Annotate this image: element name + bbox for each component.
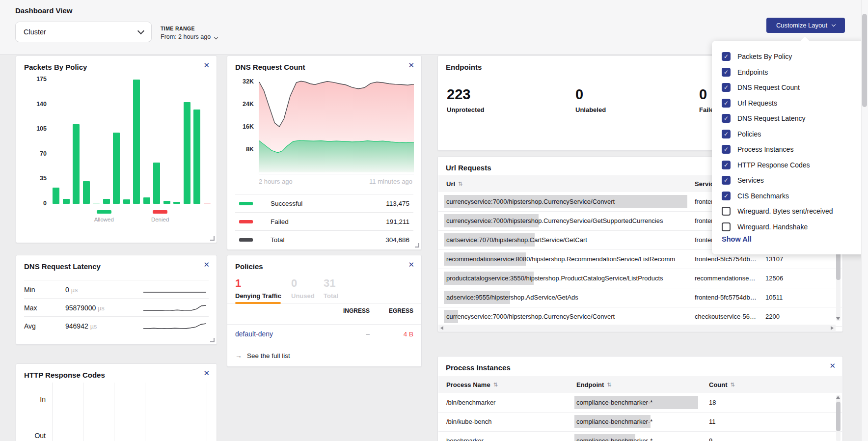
time-range-value[interactable]: From: 2 hours ago	[161, 33, 217, 40]
process-name-cell: /bin/kube-bench	[446, 412, 492, 431]
checkbox-checked-icon[interactable]: ✓	[722, 99, 731, 108]
bar	[184, 102, 190, 204]
scroll-down-icon[interactable]	[836, 317, 840, 320]
page-title: Dashboard View	[15, 6, 72, 15]
checkbox-unchecked-icon[interactable]	[722, 207, 731, 216]
column-header-egress[interactable]: EGRESS	[374, 307, 413, 314]
view-selector[interactable]: Cluster	[15, 22, 152, 42]
menu-item[interactable]: ✓DNS Request Latency	[722, 110, 806, 126]
active-tab-underline	[235, 302, 281, 304]
sort-icon[interactable]: ⇅	[607, 382, 611, 388]
column-header-ingress[interactable]: INGRESS	[326, 307, 370, 314]
checkbox-unchecked-icon[interactable]	[722, 222, 731, 231]
latency-unit: µs	[90, 323, 97, 330]
menu-item[interactable]: ✓Policies	[722, 126, 761, 142]
checkbox-checked-icon[interactable]: ✓	[722, 83, 731, 92]
table-row[interactable]: /bin/benchmarkercompliance-benchmarker-*…	[438, 393, 842, 413]
column-header-count[interactable]: Count⇅	[709, 376, 735, 393]
legend-swatch	[239, 202, 253, 205]
see-full-list-link[interactable]: → See the full list	[235, 352, 290, 359]
menu-item[interactable]: ✓CIS Benchmarks	[722, 188, 789, 204]
divider	[227, 344, 421, 344]
menu-item[interactable]: ✓Packets By Policy	[722, 49, 792, 64]
menu-item[interactable]: ✓Endpoints	[722, 64, 768, 80]
close-icon[interactable]: ✕	[203, 61, 210, 69]
close-icon[interactable]: ✕	[829, 362, 836, 369]
scrollbar-thumb[interactable]	[862, 14, 867, 107]
legend-row: Total304,686	[235, 230, 413, 248]
customize-layout-button[interactable]: Customize Layout	[766, 18, 845, 33]
vertical-scrollbar[interactable]	[836, 395, 841, 441]
checkbox-checked-icon[interactable]: ✓	[722, 176, 731, 185]
url-cell: currencyservice:7000/hipstershop.Currenc…	[446, 307, 615, 326]
time-range-control[interactable]: TIME RANGE From: 2 hours ago	[161, 26, 217, 40]
bar	[93, 203, 100, 204]
bar	[173, 202, 180, 204]
menu-item-label: Process Instances	[737, 145, 793, 153]
column-header-endpoint[interactable]: Endpoint⇅	[576, 376, 612, 393]
card-title: Policies	[235, 262, 263, 271]
menu-item[interactable]: ✓Services	[722, 172, 764, 188]
policies-tab[interactable]: 0Unused	[291, 277, 315, 300]
close-icon[interactable]: ✕	[203, 369, 210, 377]
close-icon[interactable]: ✕	[203, 261, 210, 268]
checkbox-checked-icon[interactable]: ✓	[722, 68, 731, 77]
bar	[53, 188, 59, 204]
checkbox-checked-icon[interactable]: ✓	[722, 192, 731, 200]
count-cell: 10511	[765, 288, 783, 307]
table-row[interactable]: productcatalogservice:3550/hipstershop.P…	[438, 269, 842, 288]
legend-label: Successful	[271, 200, 302, 207]
table-row[interactable]: currencyservice:7000/hipstershop.Currenc…	[438, 307, 842, 327]
table-row[interactable]: /bin/kube-benchcompliance-benchmarker-*1…	[438, 412, 842, 432]
menu-item[interactable]: ✓Url Requests	[722, 95, 777, 111]
checkbox-checked-icon[interactable]: ✓	[722, 52, 731, 61]
sort-icon[interactable]: ⇅	[731, 382, 735, 388]
legend-swatch	[239, 238, 253, 242]
close-icon[interactable]: ✕	[408, 261, 414, 268]
y-tick-label: 8K	[236, 146, 254, 153]
show-all-link[interactable]: Show All	[722, 235, 752, 243]
policy-name-link[interactable]: default-deny	[235, 330, 273, 338]
menu-item[interactable]: Wireguard. Handshake	[722, 219, 808, 235]
checkbox-checked-icon[interactable]: ✓	[722, 130, 731, 138]
menu-item[interactable]: ✓Process Instances	[722, 141, 793, 157]
process-name-cell: /bin/benchmarker	[446, 393, 495, 412]
scroll-up-icon[interactable]	[836, 396, 840, 399]
scroll-left-icon[interactable]	[440, 326, 443, 330]
page-scrollbar[interactable]	[861, 0, 868, 441]
checkbox-checked-icon[interactable]: ✓	[722, 145, 731, 154]
x-axis-label-right: 11 minutes ago	[369, 178, 412, 185]
menu-item[interactable]: ✓DNS Request Count	[722, 80, 800, 95]
view-selector-value: Cluster	[24, 28, 46, 36]
tab-count: 31	[324, 277, 338, 290]
menu-item[interactable]: Wireguard. Bytes sent/received	[722, 203, 833, 219]
stat-value: 223	[447, 86, 485, 103]
sort-icon[interactable]: ⇅	[458, 181, 462, 187]
table-row[interactable]: benchmarkercompliance-benchmarker-*9	[438, 431, 842, 441]
checkbox-checked-icon[interactable]: ✓	[722, 161, 731, 169]
checkbox-checked-icon[interactable]: ✓	[722, 114, 731, 123]
legend-label: Failed	[271, 218, 289, 225]
resize-handle-icon[interactable]	[415, 243, 419, 248]
y-tick-label: 140	[27, 101, 47, 108]
policies-tab[interactable]: 1Denying Traffic	[235, 277, 281, 300]
resize-handle-icon[interactable]	[210, 236, 215, 241]
table-row[interactable]: adservice:9555/hipstershop.AdService/Get…	[438, 288, 842, 307]
menu-item[interactable]: ✓HTTP Response Codes	[722, 157, 810, 173]
policy-row[interactable]: default-deny – 4 B	[227, 324, 421, 344]
legend-value: 113,475	[386, 200, 409, 207]
resize-handle-icon[interactable]	[210, 338, 215, 342]
close-icon[interactable]: ✕	[408, 61, 414, 69]
scrollbar-thumb[interactable]	[836, 402, 841, 431]
tab-label: Total	[324, 292, 338, 300]
grid-line	[83, 383, 83, 441]
column-header-url[interactable]: Url⇅	[446, 175, 462, 192]
scroll-right-icon[interactable]	[831, 326, 834, 330]
card-dns-request-count: DNS Request Count ✕ 32K24K16K8K 2 hours …	[227, 55, 422, 250]
policies-tab[interactable]: 31Total	[324, 277, 338, 300]
sort-icon[interactable]: ⇅	[493, 382, 498, 388]
grid-line	[52, 383, 53, 441]
stat-label: Unprotected	[447, 106, 485, 113]
column-header-process-name[interactable]: Process Name⇅	[446, 376, 498, 393]
bar	[133, 80, 140, 204]
